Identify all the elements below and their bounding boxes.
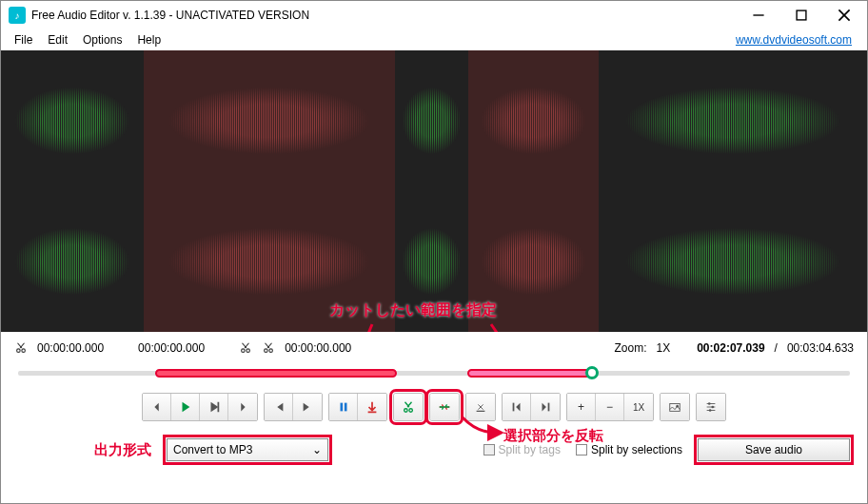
play-button[interactable] (171, 394, 200, 420)
settings-button[interactable] (697, 394, 725, 420)
maximize-button[interactable] (779, 1, 822, 29)
mark-out-button[interactable] (531, 394, 560, 420)
next-frame-button[interactable] (228, 394, 257, 420)
svg-rect-4 (217, 402, 219, 413)
cut-start-time: 00:00:00.000 (37, 341, 104, 355)
annotation-invert: 選択部分を反転 (503, 427, 603, 445)
annotation-arrow-icon (458, 416, 505, 444)
selection-range-1[interactable] (155, 369, 396, 378)
zoom-value: 1X (657, 341, 671, 355)
svg-point-17 (711, 406, 714, 409)
svg-rect-1 (797, 10, 806, 20)
prev-frame-button[interactable] (143, 394, 171, 420)
app-icon: ♪ (9, 7, 26, 24)
svg-rect-9 (512, 403, 514, 412)
current-time: 00:02:07.039 (697, 341, 764, 355)
zoom-in-button[interactable]: + (567, 394, 596, 420)
cut-button[interactable] (394, 394, 423, 420)
annotation-arrow-icon (486, 320, 534, 332)
invert-selection-button[interactable] (430, 394, 459, 420)
snapshot-button[interactable] (661, 394, 689, 420)
svg-rect-6 (344, 403, 346, 412)
time-info-row: 00:00:00.000 00:00:00.000 00:00:00.000 Z… (1, 336, 867, 360)
save-audio-button[interactable]: Save audio (698, 438, 850, 461)
zoom-reset-button[interactable]: 1X (624, 394, 653, 420)
checkbox-icon (576, 444, 587, 456)
playhead-time: 00:00:00.000 (138, 341, 205, 355)
annotation-output: 出力形式 (94, 441, 151, 459)
menu-options[interactable]: Options (75, 31, 129, 48)
total-time: 00:03:04.633 (787, 341, 854, 355)
selection-handle[interactable] (585, 366, 599, 379)
menu-help[interactable]: Help (129, 31, 168, 48)
minimize-button[interactable] (737, 1, 779, 29)
output-format-value: Convert to MP3 (173, 443, 252, 456)
zoom-out-button[interactable]: − (596, 394, 624, 420)
scissors-icon (239, 341, 252, 355)
time-separator: / (775, 341, 778, 355)
svg-point-18 (709, 409, 712, 412)
menu-edit[interactable]: Edit (40, 31, 75, 48)
split-by-tags-checkbox: Split by tags (483, 443, 561, 456)
scissors-icon (262, 341, 275, 355)
split-tags-label: Split by tags (499, 443, 561, 456)
menubar: File Edit Options Help www.dvdvideosoft.… (1, 29, 867, 50)
svg-rect-5 (340, 403, 343, 412)
selection-range-2[interactable] (467, 369, 592, 378)
cut-end-time: 00:00:00.000 (285, 341, 351, 355)
chevron-down-icon: ⌄ (312, 443, 322, 456)
toolbar: + − 1X (1, 389, 867, 425)
checkbox-icon (483, 444, 495, 456)
skip-end-button[interactable] (293, 394, 322, 420)
svg-rect-10 (548, 403, 550, 412)
window-title: Free Audio Editor v. 1.1.39 - UNACTIVATE… (31, 9, 737, 22)
play-selection-button[interactable] (200, 394, 228, 420)
zoom-label: Zoom: (614, 341, 646, 355)
split-by-selections-checkbox[interactable]: Split by selections (576, 443, 682, 456)
titlebar: ♪ Free Audio Editor v. 1.1.39 - UNACTIVA… (1, 1, 867, 29)
output-format-combo[interactable]: Convert to MP3 ⌄ (167, 438, 328, 461)
svg-point-16 (708, 402, 711, 405)
pause-button[interactable] (329, 394, 358, 420)
site-link[interactable]: www.dvdvideosoft.com (736, 33, 861, 47)
timeline-track[interactable] (18, 366, 850, 379)
close-button[interactable] (822, 1, 865, 29)
annotation-range: カットしたい範囲を指定 (329, 300, 497, 320)
scissors-icon (14, 341, 28, 355)
annotation-arrow-icon (353, 320, 391, 332)
waveform[interactable]: カットしたい範囲を指定 (1, 50, 867, 332)
menu-file[interactable]: File (7, 31, 40, 48)
skip-start-button[interactable] (265, 394, 293, 420)
split-selections-label: Split by selections (591, 443, 682, 456)
record-button[interactable] (358, 394, 386, 420)
mark-in-button[interactable] (503, 394, 531, 420)
